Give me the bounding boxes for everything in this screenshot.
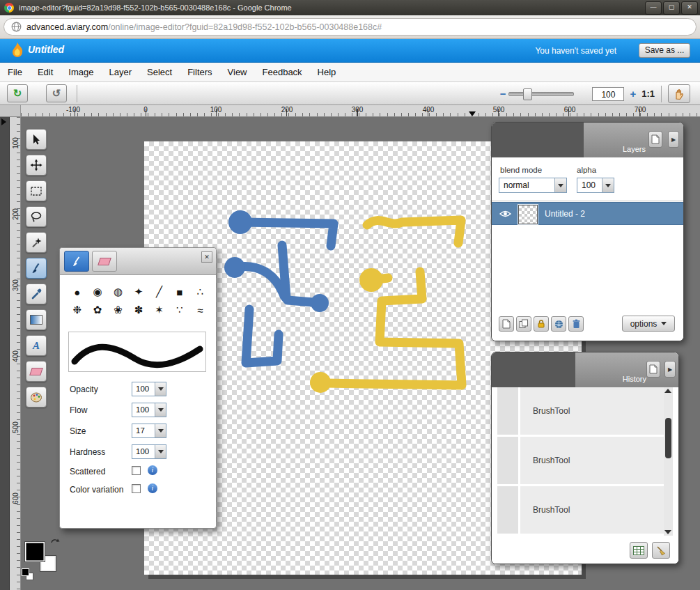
- tool-button-text[interactable]: A: [26, 335, 47, 356]
- menu-help[interactable]: Help: [310, 63, 344, 82]
- brush-preset[interactable]: ◉: [87, 283, 107, 301]
- maximize-button[interactable]: ▢: [663, 1, 680, 15]
- history-snapshot-button[interactable]: [630, 542, 648, 559]
- layers-collapse-button[interactable]: [648, 131, 662, 148]
- scrollbar-thumb[interactable]: [665, 418, 671, 458]
- history-menu-button[interactable]: ▶: [664, 361, 676, 378]
- hardness-dropdown-button[interactable]: [155, 445, 166, 458]
- tool-button-brush[interactable]: [26, 258, 47, 279]
- history-entry[interactable]: BrushTool: [497, 437, 664, 486]
- tool-button-lasso[interactable]: [26, 206, 47, 227]
- menu-image[interactable]: Image: [61, 63, 101, 82]
- tool-button-eraser[interactable]: [26, 361, 47, 382]
- size-dropdown-button[interactable]: [155, 424, 166, 437]
- blend-mode-select[interactable]: normal: [499, 178, 567, 193]
- foreground-color-swatch[interactable]: [24, 541, 45, 562]
- scattered-info-icon[interactable]: i: [148, 465, 157, 475]
- url-host: advanced.aviary.com: [26, 22, 108, 32]
- tool-button-eyedropper[interactable]: [26, 284, 47, 304]
- brush-preset[interactable]: ✶: [149, 301, 169, 319]
- color-variation-info-icon[interactable]: i: [148, 483, 157, 493]
- scroll-down-icon[interactable]: [664, 530, 671, 534]
- hardness-field[interactable]: 100: [132, 444, 166, 459]
- brush-preset[interactable]: ❀: [108, 301, 128, 319]
- zoom-in-icon[interactable]: +: [630, 88, 636, 100]
- ruler-label: 400: [12, 350, 20, 362]
- zoom-out-icon[interactable]: −: [500, 88, 506, 100]
- brush-preset[interactable]: ●: [67, 283, 87, 301]
- tool-button-wand[interactable]: [26, 232, 47, 253]
- tool-button-gradient[interactable]: [26, 309, 47, 330]
- size-field[interactable]: 17: [132, 424, 166, 438]
- brush-preset[interactable]: ❉: [67, 301, 87, 319]
- default-foreground-swatch[interactable]: [22, 568, 29, 576]
- blend-mode-dropdown-button[interactable]: [554, 178, 566, 192]
- visibility-eye-icon[interactable]: [499, 210, 511, 218]
- revert-button[interactable]: ↺: [46, 84, 67, 102]
- dialog-titlebar[interactable]: ✕: [60, 248, 216, 275]
- brush-preset[interactable]: ✿: [87, 301, 107, 319]
- layers-panel-header[interactable]: Layers ▶: [492, 123, 683, 157]
- history-panel-header[interactable]: History ▶: [492, 352, 678, 387]
- history-collapse-button[interactable]: [646, 361, 660, 378]
- delete-layer-button[interactable]: [568, 316, 584, 332]
- add-layer-button[interactable]: [499, 316, 514, 332]
- size-label: Size: [70, 426, 86, 436]
- url-input[interactable]: advanced.aviary.com/online/image-editor?…: [3, 18, 697, 36]
- layer-name: Untitled - 2: [545, 209, 585, 219]
- refresh-button[interactable]: ↻: [7, 84, 28, 102]
- brush-preset[interactable]: ◍: [108, 283, 128, 301]
- scroll-up-icon[interactable]: [664, 389, 671, 393]
- scattered-checkbox[interactable]: [132, 466, 141, 475]
- opacity-dropdown-button[interactable]: [155, 382, 166, 396]
- color-variation-checkbox[interactable]: [132, 484, 141, 493]
- layer-web-button[interactable]: [551, 316, 566, 332]
- close-button[interactable]: ✕: [681, 1, 698, 15]
- tool-button-marquee[interactable]: [26, 180, 47, 201]
- flow-dropdown-button[interactable]: [155, 403, 166, 417]
- menu-select[interactable]: Select: [139, 63, 180, 82]
- menu-feedback[interactable]: Feedback: [255, 63, 310, 82]
- menu-view[interactable]: View: [220, 63, 255, 82]
- save-as-button[interactable]: Save as ...: [639, 43, 690, 58]
- tool-button-move[interactable]: [26, 155, 47, 176]
- brush-preset[interactable]: ≈: [190, 301, 210, 319]
- brush-preset[interactable]: ✽: [128, 301, 148, 319]
- flow-field[interactable]: 100: [132, 403, 166, 417]
- brush-preset[interactable]: ╱: [149, 283, 169, 301]
- layer-row[interactable]: Untitled - 2: [492, 202, 683, 225]
- ruler-label: 0: [143, 106, 148, 114]
- lock-layer-button[interactable]: [534, 316, 549, 332]
- brush-preset[interactable]: ■: [169, 283, 189, 301]
- history-entry[interactable]: BrushTool: [497, 486, 664, 536]
- history-entry[interactable]: BrushTool: [497, 387, 664, 437]
- menu-layer[interactable]: Layer: [102, 63, 140, 82]
- zoom-value-input[interactable]: 100: [592, 87, 624, 101]
- tab-eraser[interactable]: [92, 251, 117, 272]
- tool-button-select[interactable]: [26, 129, 47, 150]
- alpha-select[interactable]: 100: [577, 178, 614, 193]
- minimize-button[interactable]: —: [645, 1, 662, 15]
- zoom-slider[interactable]: [508, 92, 574, 96]
- duplicate-layer-button[interactable]: [516, 316, 531, 332]
- brush-preset[interactable]: ∴: [190, 283, 210, 301]
- zoom-slider-thumb[interactable]: [523, 88, 532, 100]
- clear-history-button[interactable]: [652, 542, 670, 559]
- brush-preset[interactable]: ✦: [128, 283, 148, 301]
- tool-button-swatches[interactable]: [26, 387, 47, 407]
- history-scrollbar[interactable]: [664, 387, 673, 536]
- brush-preset[interactable]: ∵: [169, 301, 189, 319]
- tab-brush[interactable]: [64, 251, 89, 272]
- layer-options-button[interactable]: options: [622, 316, 675, 332]
- dialog-close-button[interactable]: ✕: [201, 251, 212, 263]
- layers-menu-button[interactable]: ▶: [668, 131, 679, 148]
- window-titlebar[interactable]: image-editor?fguid=82a19d98-f552-102b-b5…: [0, 0, 700, 15]
- menu-filters[interactable]: Filters: [180, 63, 219, 82]
- opacity-field[interactable]: 100: [132, 382, 166, 396]
- menu-edit[interactable]: Edit: [30, 63, 61, 82]
- palette-icon: [30, 391, 42, 403]
- swap-colors-icon[interactable]: [50, 536, 60, 545]
- alpha-dropdown-button[interactable]: [602, 178, 614, 192]
- menu-file[interactable]: File: [0, 63, 30, 82]
- pan-tool-button[interactable]: [668, 84, 690, 103]
